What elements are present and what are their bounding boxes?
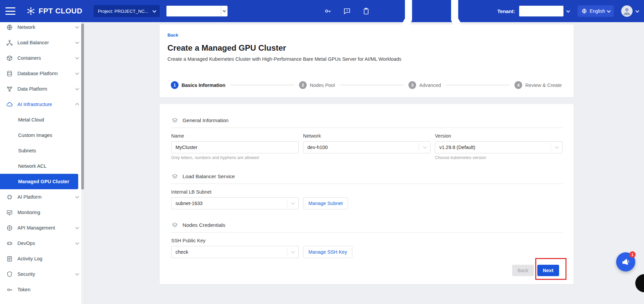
globe-icon (6, 24, 13, 31)
step-number: 2 (299, 81, 307, 89)
cluster-name-input[interactable] (171, 141, 299, 153)
announcements-badge: 1 (629, 251, 636, 258)
sidebar-subitem-label: Subnets (18, 148, 36, 153)
network-select[interactable]: dev-h100 (303, 141, 431, 153)
chevron-up-icon (75, 103, 79, 107)
step-label: Review & Create (525, 83, 562, 88)
tenant-label: Tenant: (497, 8, 515, 14)
sidebar-item-containers[interactable]: Containers (0, 50, 84, 66)
step-nodes-pool: 2 Nodes Pool (299, 81, 335, 89)
chevron-down-icon (75, 55, 79, 59)
chevron-down-icon (75, 86, 79, 90)
form-card: General Information Name Only letters, n… (160, 104, 574, 284)
global-search-input[interactable] (166, 6, 221, 16)
sidebar-item-ai-platform[interactable]: AI Platform (0, 189, 84, 205)
select-dropdown (287, 248, 298, 256)
sidebar-scrollbar-thumb[interactable] (81, 23, 84, 190)
sidebar-subitem-managed-gpu-cluster[interactable]: Managed GPU Cluster (0, 174, 78, 189)
sidebar-item-security[interactable]: Security (0, 266, 84, 282)
sidebar-subitem-subnets[interactable]: Subnets (0, 143, 84, 158)
field-label: Internal LB Subnet (171, 189, 562, 195)
sidebar-item-label: Activity Log (17, 256, 79, 261)
api-icon (6, 224, 13, 232)
step-basics-information: 1 Basics Information (171, 81, 226, 89)
sidebar-item-label: Security (17, 271, 76, 277)
step-connector (446, 85, 510, 85)
step-connector (340, 85, 404, 85)
chevron-down-icon (423, 145, 427, 148)
database-icon (6, 70, 13, 77)
nodes-icon (6, 86, 13, 93)
chevron-down-icon (75, 24, 79, 28)
sidebar-item-activity-log[interactable]: Activity Log (0, 251, 84, 266)
sidebar-item-token[interactable]: Token (0, 282, 84, 297)
sidebar-subitem-metal-cloud[interactable]: Metal Cloud (0, 112, 84, 128)
back-link[interactable]: Back (167, 33, 178, 38)
bell-icon (381, 0, 482, 61)
sidebar-item-data-platform[interactable]: Data Platform (0, 81, 84, 97)
sidebar-subitem-network-acl[interactable]: Network ACL (0, 158, 84, 174)
field-version: Version v1.29.8 (Default) Choose kuberne… (435, 133, 562, 160)
cube-icon (6, 55, 13, 62)
step-label: Basics Information (182, 83, 226, 88)
ssh-public-key-select[interactable]: check (171, 246, 299, 258)
sidebar-item-label: Network (17, 24, 76, 30)
version-select[interactable]: v1.29.8 (Default) (435, 141, 562, 153)
search-dropdown-button[interactable] (221, 6, 228, 16)
internal-lb-subnet-select[interactable]: subnet-1633 (171, 197, 299, 209)
main-content: Back Create a Managed GPU Cluster Create… (85, 22, 644, 304)
field-label: Network (303, 133, 431, 139)
sidebar-item-monitoring[interactable]: Monitoring (0, 205, 84, 220)
step-connector (230, 85, 294, 85)
sidebar-item-database-platform[interactable]: Database Platform (0, 66, 84, 81)
select-dropdown (551, 144, 562, 151)
field-helper: Only letters, numbers and hyphens are al… (171, 155, 299, 160)
layers-icon (171, 117, 179, 124)
sidebar-item-ai-infrastructure[interactable]: AI Infrastructure (0, 97, 84, 112)
key-icon[interactable] (324, 7, 332, 15)
avatar-caret-down-icon[interactable] (635, 9, 639, 12)
tenant-caret-down-icon[interactable] (566, 9, 570, 12)
announcements-fab[interactable]: 1 (616, 252, 635, 271)
sidebar-item-label: Containers (17, 55, 76, 61)
sidebar-item-network[interactable]: Network (0, 22, 84, 35)
section-divider (171, 128, 562, 128)
chat-help-icon[interactable]: ? (343, 7, 351, 15)
chevron-down-icon (555, 145, 558, 148)
sidebar-item-label: AI Platform (17, 194, 76, 200)
layers-icon (171, 221, 179, 229)
step-review-create: 4 Review & Create (514, 81, 562, 89)
svg-text:?: ? (346, 9, 348, 12)
field-label: Version (435, 133, 562, 139)
clipboard-icon[interactable] (362, 7, 370, 15)
field-helper: Choose kubernetes version (435, 155, 562, 160)
chevron-down-icon (75, 241, 79, 244)
menu-icon[interactable] (5, 7, 15, 15)
manage-ssh-key-button[interactable]: Manage SSH Key (303, 246, 352, 258)
brand-logo[interactable]: FPT CLOUD (26, 6, 82, 16)
section-title: Nodes Credentials (183, 222, 226, 228)
language-selector[interactable]: English (578, 5, 614, 17)
sidebar-item-api-management[interactable]: API Management (0, 220, 84, 236)
back-button[interactable]: Back (512, 265, 534, 276)
network-select-value: dev-h100 (307, 145, 419, 150)
manage-subnet-button[interactable]: Manage Subnet (303, 197, 348, 209)
sidebar-item-devops[interactable]: DevOps (0, 236, 84, 251)
chevron-down-icon (75, 194, 79, 198)
language-label: English (590, 8, 605, 14)
sidebar-subitem-custom-images[interactable]: Custom Images (0, 128, 84, 143)
devops-icon (6, 240, 13, 247)
tenant-input[interactable] (519, 6, 563, 16)
caret-down-icon (223, 9, 226, 12)
layers-icon (171, 173, 179, 180)
sidebar-item-load-balancer[interactable]: Load Balancer (0, 35, 84, 50)
project-selector[interactable]: Project: PROJECT_NC... (94, 5, 160, 17)
monitor-icon (6, 209, 13, 216)
sidebar-item-label: Monitoring (17, 210, 79, 215)
user-avatar-icon[interactable] (621, 5, 633, 17)
chevron-down-icon (291, 249, 295, 253)
notifications[interactable]: 73 (381, 0, 482, 61)
next-button[interactable]: Next (537, 265, 559, 276)
subnet-select-value: subnet-1633 (176, 201, 287, 206)
section-divider (171, 232, 562, 233)
